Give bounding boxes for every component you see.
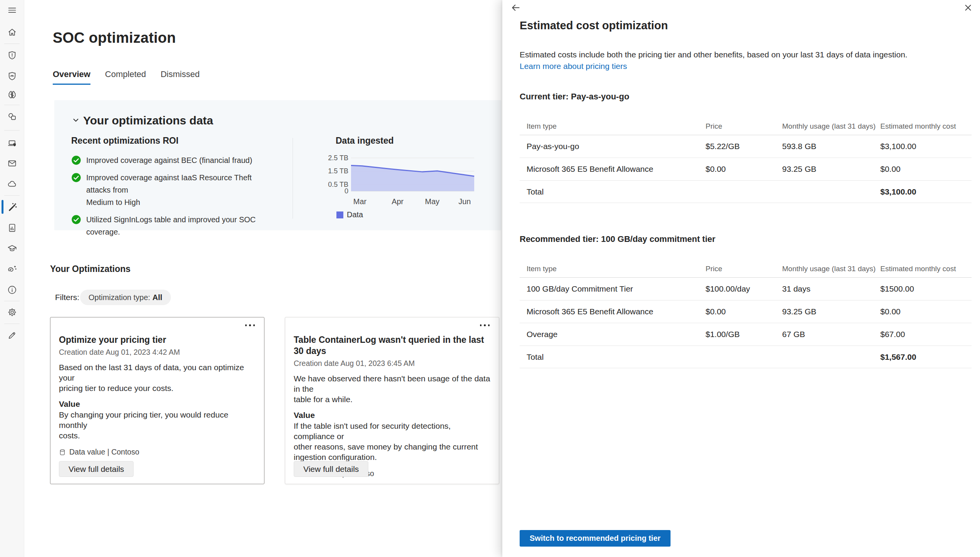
cell-price: $1.00/GB [706, 330, 782, 339]
sidebar-item-device-security[interactable] [0, 134, 24, 152]
brain-icon [7, 89, 17, 100]
learn-more-link[interactable]: Learn more about pricing tiers [520, 62, 627, 71]
card-creation-date: Creation date Aug 01, 2023 4:42 AM [59, 348, 256, 357]
current-tier-heading: Current tier: Pay-as-you-go [520, 92, 629, 102]
left-nav-sidebar [0, 0, 24, 557]
panel-description: Estimated costs include both the pricing… [520, 50, 966, 59]
pencil-icon [7, 330, 17, 341]
filter-pill-label: Optimization type: [89, 293, 150, 302]
total-value: $3,100.00 [880, 187, 972, 196]
table-header-row: Item type Price Monthly usage (last 31 d… [520, 118, 972, 135]
nav-divider [4, 195, 20, 196]
roi-item: Improved coverage against IaaS Resource … [71, 171, 256, 208]
cell-estimated-cost: $0.00 [880, 307, 972, 316]
sidebar-item-soc-optimization[interactable] [0, 198, 24, 216]
view-full-details-button[interactable]: View full details [59, 461, 134, 477]
chevron-down-icon [72, 116, 80, 124]
filter-pill-value: All [152, 293, 162, 302]
card-value-label: Value [294, 411, 490, 420]
table-row: Pay-as-you-go $5.22/GB 593.8 GB $3,100.0… [520, 135, 972, 158]
view-full-details-button[interactable]: View full details [294, 461, 368, 477]
svg-text:1.5 TB: 1.5 TB [328, 167, 348, 175]
card-value-label: Value [59, 399, 256, 409]
table-total-row: Total $3,100.00 [520, 181, 972, 203]
legend-label: Data [347, 210, 363, 219]
optimization-card[interactable]: Table ContainerLog wasn't queried in the… [285, 317, 499, 484]
your-optimizations-heading: Your Optimizations [50, 264, 130, 274]
cell-item-type: Microsoft 365 E5 Benefit Allowance [520, 307, 706, 316]
collapse-section-button[interactable] [72, 116, 80, 124]
automation-icon [7, 264, 17, 274]
cell-price: $0.00 [706, 164, 782, 174]
legend-swatch [336, 211, 343, 218]
nav-divider [4, 301, 20, 301]
switch-pricing-tier-button[interactable]: Switch to recommended pricing tier [520, 530, 671, 547]
table-row: Overage $1.00/GB 67 GB $67.00 [520, 323, 972, 346]
arrow-left-icon [511, 3, 521, 13]
soc-optimization-page: SOC optimization Overview Completed Dism… [0, 0, 980, 557]
sidebar-item-settings[interactable] [0, 303, 24, 321]
cell-item-type: Pay-as-you-go [520, 142, 706, 151]
page-title: SOC optimization [53, 30, 176, 46]
sidebar-item-cloud-apps[interactable] [0, 174, 24, 193]
back-button[interactable] [508, 1, 523, 15]
shield-eye-icon [7, 71, 17, 81]
cell-estimated-cost: $1500.00 [880, 284, 972, 294]
laptop-shield-icon [7, 138, 17, 148]
roi-item: Improved coverage against BEC (financial… [71, 154, 256, 166]
tab-bar: Overview Completed Dismissed [53, 69, 200, 85]
sidebar-item-edit[interactable] [0, 326, 24, 344]
optimization-type-filter[interactable]: Optimization type: All [80, 290, 171, 305]
sidebar-item-info[interactable] [0, 280, 24, 299]
info-circle-icon [7, 285, 17, 295]
card-title: Table ContainerLog wasn't queried in the… [294, 334, 490, 357]
card-more-button[interactable] [243, 322, 258, 329]
cell-price: $100.00/day [706, 284, 782, 294]
current-tier-table: Item type Price Monthly usage (last 31 d… [520, 118, 972, 203]
roi-item-text: Improved coverage against BEC (financial… [86, 154, 252, 166]
cell-item-type: 100 GB/day Commitment Tier [520, 284, 706, 294]
cell-monthly-usage: 93.25 GB [782, 307, 880, 316]
graduation-cap-icon [7, 243, 17, 253]
nav-divider [4, 44, 20, 44]
sidebar-item-monitoring[interactable] [0, 67, 24, 85]
svg-text:May: May [425, 197, 440, 206]
cell-monthly-usage: 31 days [782, 284, 880, 294]
chart-legend: Data [336, 210, 363, 219]
card-more-button[interactable] [478, 322, 492, 329]
sidebar-item-home[interactable] [0, 23, 24, 41]
column-header: Item type [520, 122, 706, 131]
close-icon [963, 3, 973, 13]
cell-estimated-cost: $0.00 [880, 164, 972, 174]
recommended-tier-table: Item type Price Monthly usage (last 31 d… [520, 260, 972, 368]
tab-overview[interactable]: Overview [53, 69, 90, 85]
table-total-row: Total $1,567.00 [520, 346, 972, 368]
card-description: Based on the last 31 days of data, you c… [59, 362, 256, 393]
cell-estimated-cost: $3,100.00 [880, 142, 972, 151]
optimization-card[interactable]: Optimize your pricing tier Creation date… [50, 317, 264, 484]
tab-dismissed[interactable]: Dismissed [161, 69, 199, 85]
card-creation-date: Creation date Aug 01, 2023 6:45 AM [294, 359, 490, 368]
total-label: Total [520, 352, 706, 362]
card-source: Data value | Contoso [59, 448, 256, 456]
sidebar-item-learning-hub[interactable] [0, 239, 24, 257]
sidebar-item-cases[interactable] [0, 107, 24, 126]
column-header: Estimated monthly cost [880, 265, 972, 273]
estimated-cost-panel: Estimated cost optimization Estimated co… [502, 0, 980, 557]
roi-item-text: Improved coverage against IaaS Resource … [86, 171, 256, 208]
roi-item-text: Utilized SignInLogs table and improved y… [86, 213, 256, 238]
sidebar-item-email-collaboration[interactable] [0, 154, 24, 172]
check-circle-icon [71, 173, 81, 183]
sidebar-item-menu[interactable] [0, 1, 24, 19]
tab-completed[interactable]: Completed [105, 69, 146, 85]
roi-list: Improved coverage against BEC (financial… [71, 154, 256, 243]
column-header: Monthly usage (last 31 days) [782, 122, 880, 131]
sidebar-item-threat-intelligence[interactable] [0, 85, 24, 104]
sidebar-item-reports[interactable] [0, 218, 24, 237]
close-button[interactable] [961, 1, 975, 15]
sidebar-item-threat-management[interactable] [0, 46, 24, 64]
sidebar-item-automation[interactable] [0, 260, 24, 278]
svg-text:Apr: Apr [391, 197, 403, 206]
cell-price: $5.22/GB [706, 142, 782, 151]
column-header: Item type [520, 265, 706, 273]
